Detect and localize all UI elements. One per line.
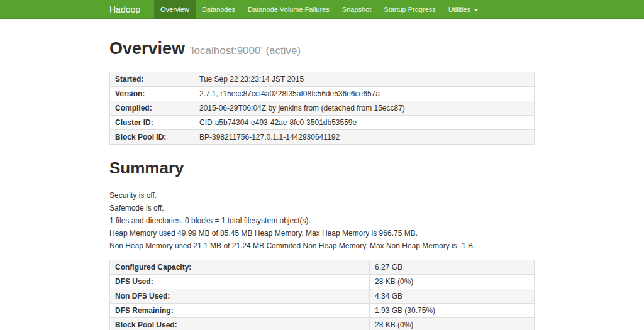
table-row: DFS Used: 28 KB (0%)	[110, 275, 535, 289]
row-value: 28 KB (0%)	[370, 275, 535, 289]
navbar-inner: Hadoop Overview Datanodes Datanode Volum…	[109, 0, 535, 19]
summary-line-security: Security is off.	[109, 189, 535, 202]
row-value: BP-398211756-127.0.1.1-1442930641192	[194, 130, 535, 145]
row-value: 2015-06-29T06:04Z by jenkins from (detac…	[194, 101, 535, 116]
row-label: Non DFS Used:	[110, 289, 370, 304]
table-row: Configured Capacity: 6.27 GB	[110, 260, 535, 275]
nav-tab-datanodes[interactable]: Datanodes	[196, 0, 242, 19]
row-label: Compiled:	[110, 101, 194, 116]
row-value: 4.34 GB	[370, 289, 535, 304]
page-title: Overview 'localhost:9000' (active)	[109, 39, 535, 60]
row-value: 28 KB (0%)	[370, 318, 535, 330]
summary-heading: Summary	[109, 158, 535, 177]
row-value: 6.27 GB	[370, 260, 535, 275]
nav-utilities-label: Utilities	[448, 6, 470, 13]
row-value: 2.7.1, r15ecc87ccf4a0228f35af08fc56de536…	[194, 87, 535, 101]
row-label: DFS Remaining:	[110, 304, 370, 318]
summary-line-heap-memory: Heap Memory used 49.99 MB of 85.45 MB He…	[109, 227, 535, 239]
navbar-menu: Overview Datanodes Datanode Volume Failu…	[154, 0, 485, 19]
nav-tab-overview[interactable]: Overview	[154, 0, 196, 19]
table-row: Non DFS Used: 4.34 GB	[110, 289, 535, 304]
overview-heading: Overview	[109, 39, 185, 58]
table-row: Block Pool Used: 28 KB (0%)	[110, 318, 535, 330]
nav-tab-startup-progress[interactable]: Startup Progress	[377, 0, 442, 19]
table-row: Block Pool ID: BP-398211756-127.0.1.1-14…	[110, 130, 535, 145]
nav-tab-snapshot[interactable]: Snapshot	[336, 0, 377, 19]
summary-table: Configured Capacity: 6.27 GB DFS Used: 2…	[109, 260, 535, 330]
row-value: 1.93 GB (30.75%)	[370, 304, 535, 318]
table-row: Cluster ID: CID-a5b74304-e493-42ae-8fc0-…	[110, 116, 535, 130]
row-label: Version:	[110, 87, 194, 101]
row-label: Block Pool ID:	[110, 130, 194, 145]
nav-tab-utilities[interactable]: Utilities	[442, 0, 485, 19]
row-label: Configured Capacity:	[110, 260, 370, 275]
overview-table: Started: Tue Sep 22 23:23:14 JST 2015 Ve…	[109, 72, 535, 145]
row-label: Cluster ID:	[110, 116, 194, 130]
row-value: Tue Sep 22 23:23:14 JST 2015	[194, 72, 535, 87]
summary-line-non-heap-memory: Non Heap Memory used 21.1 MB of 21.24 MB…	[109, 239, 535, 252]
summary-text-block: Security is off. Safemode is off. 1 file…	[109, 185, 535, 257]
namenode-address: 'localhost:9000' (active)	[190, 45, 301, 57]
row-value: CID-a5b74304-e493-42ae-8fc0-3501db53559e	[194, 116, 535, 130]
row-label: Block Pool Used:	[110, 318, 370, 330]
table-row: Version: 2.7.1, r15ecc87ccf4a0228f35af08…	[110, 87, 535, 101]
summary-line-filesystem-objects: 1 files and directories, 0 blocks = 1 to…	[109, 214, 535, 227]
brand-hadoop[interactable]: Hadoop	[109, 0, 154, 19]
row-label: Started:	[110, 72, 194, 87]
table-row: Compiled: 2015-06-29T06:04Z by jenkins f…	[110, 101, 535, 116]
top-navbar: Hadoop Overview Datanodes Datanode Volum…	[0, 0, 644, 19]
table-row: Started: Tue Sep 22 23:23:14 JST 2015	[110, 72, 535, 87]
table-row: DFS Remaining: 1.93 GB (30.75%)	[110, 304, 535, 318]
caret-down-icon	[474, 9, 479, 11]
row-label: DFS Used:	[110, 275, 370, 289]
main-content: Overview 'localhost:9000' (active) Start…	[109, 39, 535, 330]
nav-tab-datanode-volume-failures[interactable]: Datanode Volume Failures	[242, 0, 336, 19]
summary-line-safemode: Safemode is off.	[109, 202, 535, 214]
